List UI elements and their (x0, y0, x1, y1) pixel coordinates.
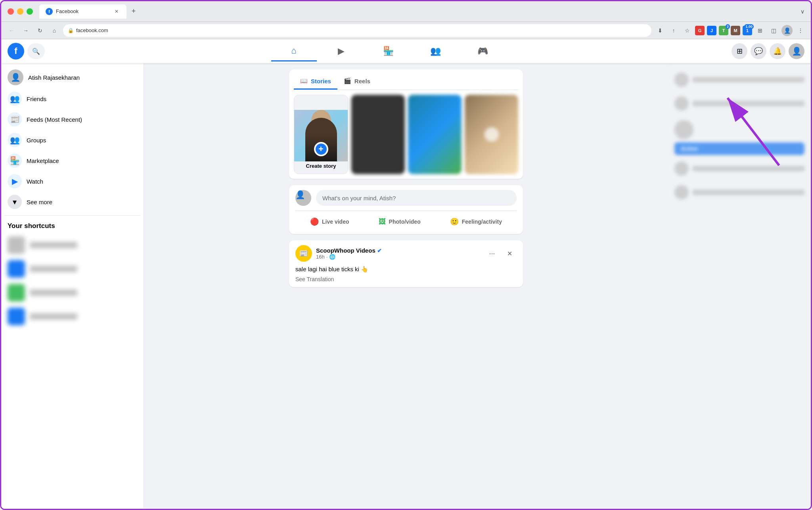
shortcut-label-1 (30, 242, 77, 248)
sidebar-item-feeds[interactable]: 📰 Feeds (Most Recent) (4, 109, 140, 130)
extension-badge: 2 (726, 24, 730, 29)
right-sidebar-text-1 (693, 77, 804, 82)
minimize-window-button[interactable] (17, 8, 23, 15)
extension-icon-4[interactable]: M (731, 26, 740, 35)
post-meta: ScoopWhoop Videos ✔ 16h · 🌐 (316, 247, 481, 260)
sidebar-friends-label: Friends (27, 96, 46, 102)
nav-marketplace[interactable]: 🏪 (366, 41, 411, 61)
close-window-button[interactable] (8, 8, 14, 15)
shortcut-item-1[interactable] (4, 233, 140, 257)
post-close-button[interactable]: ✕ (502, 246, 517, 261)
nav-watch[interactable]: ▶ (318, 41, 364, 61)
right-sidebar-item-4 (671, 182, 808, 203)
shortcut-label-4 (30, 313, 77, 320)
stories-row: + Create story (294, 95, 518, 174)
see-translation-button[interactable]: See Translation (295, 276, 517, 282)
fb-search-button[interactable]: 🔍 (27, 43, 45, 59)
facebook-tab[interactable]: f Facebook ✕ (39, 4, 126, 19)
browser-toolbar-right: ⬇ ↑ ☆ G J T 2 M 1 1.00 ⊞ ◫ 👤 ⋮ (655, 25, 806, 36)
friends-icon: 👥 (8, 92, 22, 106)
extension-icon-5[interactable]: 1 1.00 (743, 26, 752, 35)
right-sidebar-action: Action (671, 117, 808, 158)
nav-groups[interactable]: 👥 (413, 41, 458, 61)
sidebar-item-groups[interactable]: 👥 Groups (4, 130, 140, 150)
sidebar-item-watch[interactable]: ▶ Watch (4, 171, 140, 192)
right-sidebar-item-3 (671, 158, 808, 179)
stories-tabs: 📖 Stories 🎬 Reels (294, 74, 518, 90)
story-card-4[interactable] (465, 95, 518, 174)
reels-tab[interactable]: 🎬 Reels (337, 74, 377, 90)
browser-profile-button[interactable]: 👤 (781, 25, 793, 36)
post-header: 📰 ScoopWhoop Videos ✔ 16h · (295, 245, 517, 262)
shortcut-item-4[interactable] (4, 305, 140, 328)
feeds-icon: 📰 (8, 112, 22, 127)
shortcut-item-2[interactable] (4, 257, 140, 281)
right-sidebar-action-button[interactable]: Action (674, 142, 804, 155)
sidebar-item-marketplace[interactable]: 🏪 Marketplace (4, 150, 140, 171)
feeling-activity-button[interactable]: 🙂 Feeling/activity (444, 214, 508, 229)
back-button[interactable]: ← (6, 25, 17, 36)
fb-grid-button[interactable]: ⊞ (732, 43, 747, 59)
url-text: facebook.com (76, 27, 108, 33)
create-story-card[interactable]: + Create story (294, 95, 348, 174)
new-tab-button[interactable]: + (128, 6, 139, 17)
post-input-field[interactable]: What's on your mind, Atish? (316, 190, 517, 206)
live-video-button[interactable]: 🔴 Live video (304, 214, 355, 229)
see-more-icon: ▾ (8, 195, 22, 209)
post-separator: · (326, 254, 328, 260)
reload-button[interactable]: ↻ (34, 25, 46, 36)
stories-tab[interactable]: 📖 Stories (294, 74, 337, 90)
fb-notifications-button[interactable]: 🔔 (770, 43, 785, 59)
bookmark-icon[interactable]: ☆ (682, 25, 693, 36)
live-video-icon: 🔴 (310, 217, 319, 226)
post-author: ScoopWhoop Videos ✔ (316, 247, 481, 254)
shortcut-item-3[interactable] (4, 281, 140, 305)
home-button[interactable]: ⌂ (49, 25, 60, 36)
extension-icon-3[interactable]: T 2 (719, 26, 728, 35)
maximize-window-button[interactable] (27, 8, 33, 15)
post-more-button[interactable]: ··· (485, 246, 499, 261)
sidebar-user-avatar: 👤 (8, 69, 23, 85)
right-sidebar-avatar-4 (674, 185, 689, 199)
browser-window: f Facebook ✕ + ∨ ← → ↻ ⌂ 🔒 facebook.com … (0, 0, 812, 510)
right-sidebar-text-2 (693, 101, 804, 106)
post-actions-header: ··· ✕ (485, 246, 517, 261)
shortcut-label-3 (30, 290, 77, 296)
story-card-2[interactable] (351, 95, 405, 174)
fb-profile-button[interactable]: 👤 (789, 43, 804, 59)
post-page-avatar: 📰 (295, 245, 312, 262)
tab-expand-button[interactable]: ∨ (801, 8, 804, 15)
photo-video-label: Photo/video (389, 219, 421, 225)
extensions-icon[interactable]: ⊞ (755, 25, 766, 36)
fb-messenger-button[interactable]: 💬 (751, 43, 766, 59)
nav-home[interactable]: ⌂ (271, 41, 317, 61)
right-sidebar-avatar-1 (674, 73, 689, 87)
nav-gaming[interactable]: 🎮 (460, 41, 506, 61)
photo-video-button[interactable]: 🖼 Photo/video (372, 214, 427, 229)
tab-title: Facebook (56, 8, 79, 14)
tab-bar: f Facebook ✕ + (39, 4, 797, 19)
tab-close-button[interactable]: ✕ (113, 8, 120, 15)
create-story-label: Create story (306, 163, 336, 169)
feeling-icon: 🙂 (450, 217, 459, 226)
shortcut-avatar-1 (8, 236, 25, 254)
feeling-label: Feeling/activity (462, 219, 502, 225)
share-icon[interactable]: ↑ (668, 25, 679, 36)
address-bar-row: ← → ↻ ⌂ 🔒 facebook.com ⬇ ↑ ☆ G J T 2 M 1… (1, 22, 811, 39)
sidebar-item-see-more[interactable]: ▾ See more (4, 192, 140, 212)
sidebar-item-friends[interactable]: 👥 Friends (4, 88, 140, 109)
browser-menu-button[interactable]: ⋮ (795, 25, 806, 36)
sidebar-user-row[interactable]: 👤 Atish Rajasekharan (4, 66, 140, 88)
story-card-3[interactable] (408, 95, 462, 174)
forward-button[interactable]: → (20, 25, 31, 36)
extension-icon-1[interactable]: G (695, 26, 705, 35)
reels-tab-icon: 🎬 (344, 77, 351, 84)
download-icon[interactable]: ⬇ (655, 25, 666, 36)
feed-post-1: 📰 ScoopWhoop Videos ✔ 16h · (289, 240, 523, 287)
post-divider (295, 211, 517, 211)
fb-right-sidebar: Action (668, 63, 811, 509)
post-globe-icon: 🌐 (329, 254, 335, 260)
split-screen-icon[interactable]: ◫ (768, 25, 779, 36)
extension-icon-2[interactable]: J (707, 26, 716, 35)
url-bar[interactable]: 🔒 facebook.com (63, 24, 651, 37)
